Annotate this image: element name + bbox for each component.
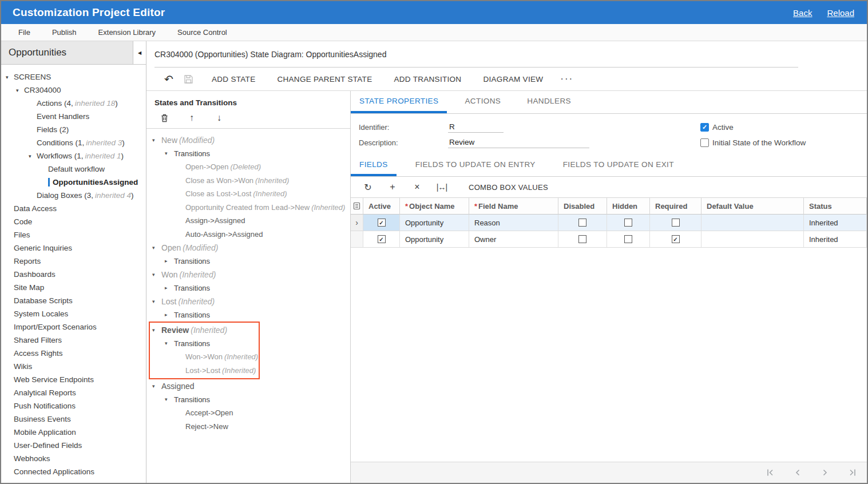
tree-node-import-export-scenarios[interactable]: Import/Export Scenarios [1, 320, 146, 334]
tree-node-dashboards[interactable]: Dashboards [1, 268, 146, 281]
active-cell-checkbox[interactable] [378, 235, 386, 243]
tree-node-code[interactable]: Code [1, 215, 146, 228]
save-button-disabled[interactable] [179, 74, 198, 84]
tree-node-webhooks[interactable]: Webhooks [1, 452, 146, 465]
hidden-cell-checkbox[interactable] [624, 219, 632, 227]
transitions-node[interactable]: ▾Transitions [146, 393, 350, 407]
required-cell-checkbox[interactable] [672, 219, 680, 227]
menu-file[interactable]: File [11, 28, 37, 37]
collapse-icon[interactable]: ▾ [165, 150, 174, 156]
disabled-cell-checkbox[interactable] [578, 219, 586, 227]
tree-node-files[interactable]: Files [1, 228, 146, 241]
subtab-fields-update-entry[interactable]: FIELDS TO UPDATE ON ENTRY [407, 155, 544, 176]
transitions-node[interactable]: ▸Transitions [146, 255, 350, 268]
identifier-field[interactable]: R [448, 122, 504, 133]
disabled-cell-checkbox[interactable] [578, 235, 586, 243]
tree-node-analytical-reports[interactable]: Analytical Reports [1, 386, 146, 399]
next-page-button[interactable] [820, 467, 830, 478]
tree-node-data-access[interactable]: Data Access [1, 202, 146, 215]
tree-node-connected-applications[interactable]: Connected Applications [1, 465, 146, 478]
move-down-button[interactable]: ↓ [213, 113, 225, 123]
expand-icon[interactable]: ▸ [165, 285, 174, 291]
collapse-icon[interactable]: ▾ [152, 327, 161, 333]
move-up-button[interactable]: ↑ [185, 113, 198, 123]
delete-state-button[interactable] [158, 113, 171, 122]
col-header-object-name[interactable]: *Object Name [400, 198, 469, 215]
reload-link[interactable]: Reload [827, 8, 854, 18]
fit-width-button[interactable]: |↔| [435, 183, 449, 192]
combo-box-values-button[interactable]: COMBO BOX VALUES [469, 183, 548, 192]
tree-node-shared-filters[interactable]: Shared Filters [1, 334, 146, 347]
tree-node-cr304000[interactable]: ▾CR304000 [1, 84, 146, 97]
state-node-review[interactable]: ▾Review (Inherited) [150, 323, 259, 337]
menu-source-control[interactable]: Source Control [171, 28, 234, 37]
transition-reject-new[interactable]: Reject->New [146, 420, 350, 434]
tree-node-mobile-application[interactable]: Mobile Application [1, 426, 146, 439]
menu-extension-library[interactable]: Extension Library [92, 28, 162, 37]
change-parent-state-button[interactable]: CHANGE PARENT STATE [269, 75, 380, 84]
grid-row-reason[interactable]: › Opportunity Reason Inherited [351, 215, 867, 231]
back-link[interactable]: Back [793, 8, 812, 18]
expand-icon[interactable]: ▾ [16, 88, 24, 93]
col-header-default-value[interactable]: Default Value [701, 198, 804, 215]
transitions-node[interactable]: ▾Transitions [150, 337, 259, 351]
transitions-node[interactable]: ▾Transitions [146, 147, 350, 161]
grid-row-owner[interactable]: Opportunity Owner Inherited [351, 231, 867, 248]
state-node-assigned[interactable]: ▾Assigned [146, 379, 350, 393]
transition-open-open[interactable]: Open->Open (Deleted) [146, 160, 350, 174]
subtab-fields-update-exit[interactable]: FIELDS TO UPDATE ON EXIT [554, 155, 683, 176]
object-name-cell[interactable]: Opportunity [400, 215, 469, 231]
required-cell-checkbox[interactable] [672, 235, 680, 243]
hidden-cell-checkbox[interactable] [624, 235, 632, 243]
transition-accept-open[interactable]: Accept->Open [146, 406, 350, 420]
tree-node-conditions[interactable]: Conditions (1, inherited 3) [1, 136, 146, 149]
field-name-cell[interactable]: Reason [469, 215, 558, 231]
collapse-icon[interactable]: ▾ [152, 299, 161, 304]
expand-icon[interactable]: ▸ [165, 258, 174, 264]
tree-node-reports[interactable]: Reports [1, 255, 146, 268]
previous-page-button[interactable] [792, 467, 803, 478]
add-state-button[interactable]: ADD STATE [204, 75, 263, 84]
collapse-icon[interactable]: ▾ [152, 272, 161, 277]
expand-icon[interactable]: ▸ [165, 312, 174, 318]
transition-close-as-lost[interactable]: Close as Lost->Lost (Inherited) [146, 187, 350, 201]
tab-handlers[interactable]: HANDLERS [518, 91, 580, 113]
tree-node-site-map[interactable]: Site Map [1, 281, 146, 294]
tab-state-properties[interactable]: STATE PROPERTIES [351, 91, 447, 113]
tree-node-workflows[interactable]: ▾Workflows (1, inherited 1) [1, 149, 146, 162]
transition-auto-assign[interactable]: Auto-Assign->Assigned [146, 228, 350, 241]
transitions-node[interactable]: ▸Transitions [146, 281, 350, 295]
transition-won-won[interactable]: Won->Won (Inherited) [150, 350, 259, 364]
default-value-cell[interactable] [701, 231, 804, 248]
row-settings-header[interactable] [351, 198, 363, 215]
col-header-field-name[interactable]: *Field Name [469, 198, 558, 215]
row-selector[interactable] [351, 231, 363, 248]
transition-opportunity-created[interactable]: Opportunity Created from Lead->New (Inhe… [146, 201, 350, 215]
tree-node-push-notifications[interactable]: Push Notifications [1, 399, 146, 412]
tree-node-dialog-boxes[interactable]: Dialog Boxes (3, inherited 4) [1, 189, 146, 202]
tree-node-system-locales[interactable]: System Locales [1, 307, 146, 320]
tree-node-wikis[interactable]: Wikis [1, 360, 146, 373]
collapse-icon[interactable]: ▾ [152, 137, 161, 143]
col-header-required[interactable]: Required [650, 198, 701, 215]
col-header-disabled[interactable]: Disabled [558, 198, 607, 215]
col-header-active[interactable]: Active [363, 198, 400, 215]
diagram-view-button[interactable]: DIAGRAM VIEW [475, 75, 551, 84]
row-selector[interactable]: › [351, 215, 363, 231]
collapse-icon[interactable]: ▾ [152, 245, 161, 251]
tree-node-user-defined-fields[interactable]: User-Defined Fields [1, 439, 146, 452]
transition-lost-lost[interactable]: Lost->Lost (Inherited) [150, 364, 259, 378]
col-header-hidden[interactable]: Hidden [607, 198, 650, 215]
expand-icon[interactable]: ▾ [6, 74, 14, 80]
sidebar-collapse-button[interactable]: ◀ [133, 41, 146, 64]
active-cell-checkbox[interactable] [378, 219, 386, 227]
transitions-node[interactable]: ▸Transitions [146, 308, 350, 322]
state-node-won[interactable]: ▾Won (Inherited) [146, 268, 350, 281]
tree-node-actions[interactable]: Actions (4, inherited 18) [1, 97, 146, 110]
tree-node-screens[interactable]: ▾SCREENS [1, 70, 146, 84]
initial-state-checkbox-row[interactable]: Initial State of the Workflow [700, 135, 806, 150]
initial-state-checkbox[interactable] [700, 138, 709, 147]
refresh-button[interactable]: ↻ [361, 182, 375, 193]
tree-node-business-events[interactable]: Business Events [1, 412, 146, 426]
object-name-cell[interactable]: Opportunity [400, 231, 469, 248]
